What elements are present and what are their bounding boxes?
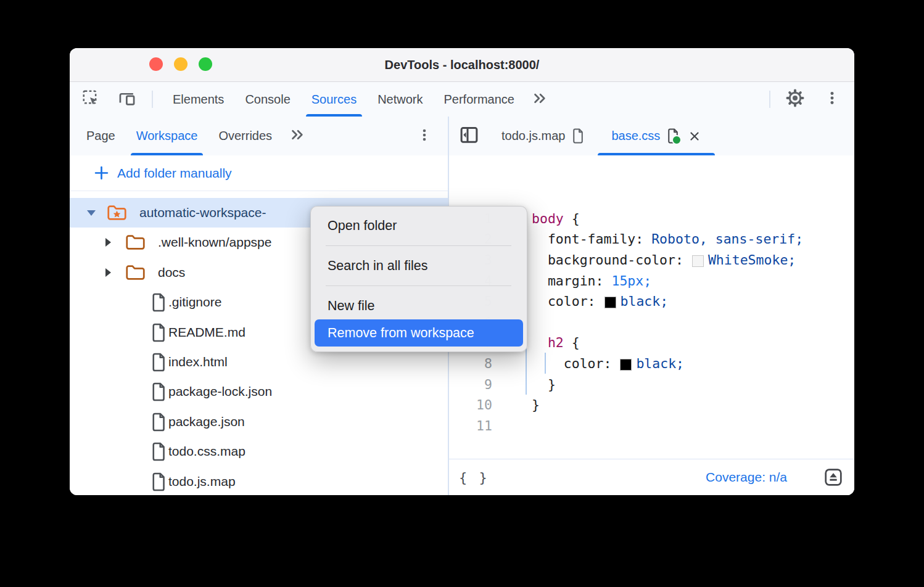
- editor-tab-strip: todo.js.map base.css: [449, 117, 854, 155]
- tab-elements[interactable]: Elements: [162, 82, 234, 117]
- panel-tab-page[interactable]: Page: [76, 117, 126, 155]
- code-line: body {: [532, 208, 580, 229]
- tree-item-todo.js.map[interactable]: todo.js.map: [70, 467, 448, 495]
- code-token: font-family:: [532, 231, 651, 247]
- tree-item-package-lock.json[interactable]: package-lock.json: [70, 377, 448, 406]
- code-token: black;: [621, 294, 669, 309]
- code-line: color: black;: [532, 353, 684, 374]
- tab-label: Performance: [444, 92, 515, 107]
- code-token: Roboto, sans-serif;: [651, 231, 803, 247]
- menu-item-remove-from-workspace[interactable]: Remove from workspace: [315, 319, 523, 347]
- file-icon: [150, 442, 167, 464]
- toggle-sidebar-button[interactable]: [449, 117, 488, 155]
- collapse-arrow-icon[interactable]: [105, 268, 111, 277]
- window-title: DevTools - localhost:8000/: [70, 48, 854, 81]
- tab-label: Page: [86, 129, 115, 143]
- editor-tab-label: todo.js.map: [501, 129, 565, 143]
- toolbar-separator: [152, 91, 153, 108]
- pretty-print-button[interactable]: { }: [459, 459, 489, 495]
- tab-label: Console: [245, 92, 290, 107]
- code-token: body: [532, 211, 564, 226]
- tab-label: Sources: [311, 92, 357, 107]
- tree-item-todo.css.map[interactable]: todo.css.map: [70, 437, 448, 466]
- tab-label: Workspace: [136, 129, 198, 143]
- code-token: [532, 335, 548, 350]
- main-toolbar-tabs: ElementsConsoleSourcesNetworkPerformance: [162, 82, 555, 117]
- more-panel-tabs-button[interactable]: [283, 117, 313, 155]
- folder-icon: [107, 204, 127, 224]
- tab-network[interactable]: Network: [367, 82, 433, 117]
- code-token: }: [532, 377, 556, 392]
- file-icon: [150, 382, 167, 404]
- main-menu-button[interactable]: [821, 82, 843, 117]
- tab-console[interactable]: Console: [234, 82, 300, 117]
- kebab-menu-icon: [417, 128, 432, 145]
- device-toolbar-icon: [117, 89, 137, 110]
- editor-tab-base.css[interactable]: base.css: [598, 117, 715, 155]
- inspect-cursor-icon: [81, 89, 100, 110]
- more-tabs-button[interactable]: [525, 82, 555, 117]
- collapse-arrow-icon[interactable]: [105, 238, 111, 247]
- tab-label: Overrides: [218, 129, 272, 143]
- color-swatch-icon[interactable]: [604, 297, 616, 308]
- code-token: h2: [548, 335, 564, 350]
- settings-button[interactable]: [782, 82, 808, 117]
- toggle-sidebar-icon: [459, 125, 479, 147]
- coverage-link[interactable]: Coverage: n/a: [706, 459, 787, 495]
- tree-item-package.json[interactable]: package.json: [70, 407, 448, 437]
- tree-item-label: README.md: [168, 325, 245, 340]
- code-token: {: [564, 211, 580, 226]
- code-token: 15px;: [611, 273, 651, 289]
- unsaved-changes-dot: [672, 135, 682, 145]
- menu-separator: [326, 285, 511, 286]
- folder-icon: [125, 234, 146, 254]
- code-token: color:: [532, 356, 619, 371]
- tree-item-label: package.json: [168, 414, 245, 429]
- document-icon: [571, 128, 584, 144]
- menu-item-open-folder[interactable]: Open folder: [315, 212, 523, 239]
- menu-item-label: Open folder: [328, 218, 397, 234]
- chevron-double-right-icon: [290, 127, 305, 145]
- toolbar-separator: [769, 91, 770, 108]
- tab-sources[interactable]: Sources: [301, 82, 367, 117]
- title-bar: DevTools - localhost:8000/: [70, 48, 854, 82]
- file-icon: [150, 413, 167, 435]
- code-token: black;: [636, 356, 684, 371]
- menu-item-new-file[interactable]: New file: [315, 292, 523, 319]
- devtools-window: DevTools - localhost:8000/ ElementsConso…: [70, 48, 854, 495]
- menu-item-label: Remove from workspace: [328, 326, 474, 341]
- sources-panel-tabs: PageWorkspaceOverrides: [76, 117, 313, 155]
- tab-label: Network: [377, 92, 423, 107]
- add-folder-row[interactable]: Add folder manually: [70, 155, 448, 191]
- file-icon: [150, 472, 167, 495]
- close-tab-icon[interactable]: [688, 129, 701, 143]
- show-panel-button[interactable]: [823, 467, 843, 490]
- tab-performance[interactable]: Performance: [434, 82, 526, 117]
- editor-tab-label: base.css: [611, 129, 660, 143]
- inspect-element-button[interactable]: [78, 82, 103, 117]
- folder-icon: [125, 264, 146, 284]
- color-swatch-icon[interactable]: [692, 255, 704, 267]
- menu-separator: [326, 245, 511, 246]
- add-folder-label: Add folder manually: [117, 166, 232, 181]
- code-token: background-color:: [532, 252, 691, 268]
- code-token: {: [564, 335, 580, 350]
- plus-icon: [93, 165, 110, 181]
- color-swatch-icon[interactable]: [620, 359, 632, 371]
- line-number: 11: [449, 415, 492, 436]
- eject-icon: [823, 478, 843, 489]
- code-token: WhiteSmoke;: [708, 252, 796, 268]
- chevron-double-right-icon: [532, 91, 548, 109]
- editor-tab-todo.js.map[interactable]: todo.js.map: [488, 117, 598, 155]
- code-token: margin:: [532, 273, 611, 289]
- device-toolbar-button[interactable]: [114, 82, 140, 117]
- main-toolbar: ElementsConsoleSourcesNetworkPerformance: [70, 82, 854, 117]
- menu-item-search-in-all-files[interactable]: Search in all files: [315, 252, 523, 279]
- document-icon: [666, 128, 679, 144]
- editor-status-bar: { } Coverage: n/a: [449, 459, 854, 495]
- navigator-menu-button[interactable]: [417, 117, 432, 155]
- expand-arrow-icon[interactable]: [87, 210, 96, 216]
- panel-tab-workspace[interactable]: Workspace: [126, 117, 208, 155]
- panel-tab-overrides[interactable]: Overrides: [208, 117, 283, 155]
- code-line: margin: 15px;: [532, 270, 651, 291]
